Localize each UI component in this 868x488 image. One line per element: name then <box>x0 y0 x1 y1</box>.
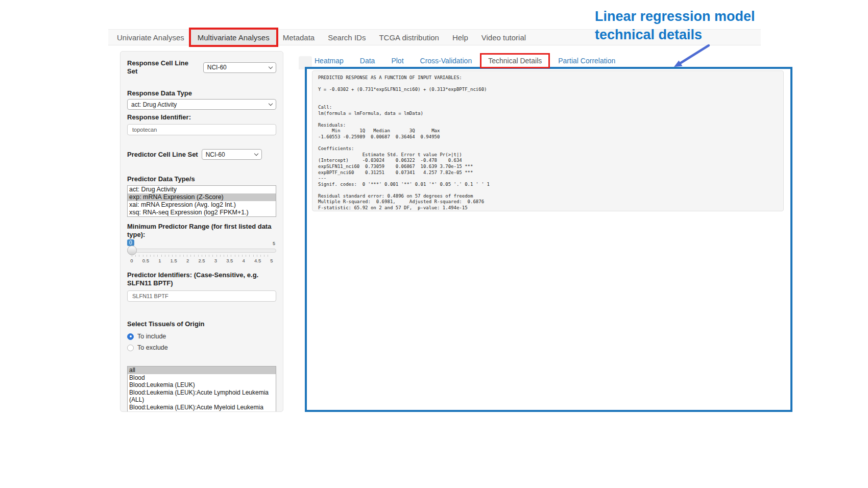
slider-max-label: 5 <box>273 241 275 246</box>
tab-data[interactable]: Data <box>352 53 383 68</box>
tick-label: 2 <box>186 258 189 263</box>
tab-partial-correlation[interactable]: Partial Correlation <box>550 53 623 68</box>
slider-handle[interactable] <box>127 246 137 255</box>
nav-item-multivariate-analyses[interactable]: Multivariate Analyses <box>191 30 276 45</box>
predictor-cell-line-set-select[interactable]: NCI-60 <box>202 149 262 160</box>
nav-item-tcga-distribution[interactable]: TCGA distribution <box>372 30 446 45</box>
tick-label: 2.5 <box>198 258 205 263</box>
chevron-down-icon <box>254 152 258 156</box>
result-tabs: Heatmap Data Plot Cross-Validation Techn… <box>306 53 623 69</box>
list-item-selected[interactable]: exp: mRNA Expression (Z-Score) <box>128 193 276 201</box>
tab-plot[interactable]: Plot <box>383 53 412 68</box>
predictor-data-types-label: Predictor Data Type/s <box>127 175 276 183</box>
tab-heatmap[interactable]: Heatmap <box>306 53 352 68</box>
list-item[interactable]: xai: mRNA Expression (Avg. log2 Int.) <box>128 201 276 209</box>
annotation-arrow-icon <box>668 43 714 71</box>
list-item[interactable]: Blood:Leukemia (LEUK) <box>128 381 276 389</box>
tick-label: 3.5 <box>226 258 233 263</box>
tick-label: 5 <box>270 258 273 263</box>
tick-label: 3 <box>214 258 217 263</box>
technical-details-panel: PREDICTED RESPONSE AS A FUNCTION OF INPU… <box>305 67 792 412</box>
tick-label: 1 <box>158 258 161 263</box>
tab-technical-details[interactable]: Technical Details <box>480 53 550 68</box>
annotation-heading: Linear regression model technical detail… <box>595 7 755 44</box>
tab-cross-validation[interactable]: Cross-Validation <box>412 53 480 68</box>
predictor-identifiers-input[interactable] <box>127 290 276 302</box>
slider-track[interactable] <box>127 249 276 253</box>
response-cell-line-set-value: NCI-60 <box>207 64 227 71</box>
sidebar-controls-panel: Response Cell Line Set NCI-60 Response D… <box>120 51 283 412</box>
regression-model-output: PREDICTED RESPONSE AS A FUNCTION OF INPU… <box>312 70 784 211</box>
predictor-data-types-listbox: act: Drug Activity exp: mRNA Expression … <box>127 185 276 217</box>
tick-label: 0 <box>130 258 133 263</box>
list-item[interactable]: xsq: RNA-seq Expression (log2 FPKM+1.) <box>128 209 276 216</box>
tissue-origin-listbox: all Blood Blood:Leukemia (LEUK) Blood:Le… <box>127 366 276 412</box>
list-item[interactable]: act: Drug Activity <box>128 186 276 193</box>
list-item-selected[interactable]: all <box>128 367 276 374</box>
response-data-type-value: act: Drug Activity <box>131 101 177 108</box>
page: Univariate Analyses Multivariate Analyse… <box>0 0 868 488</box>
nav-item-univariate-analyses[interactable]: Univariate Analyses <box>110 30 191 45</box>
slider-tick-marks <box>132 255 272 257</box>
nav-item-metadata[interactable]: Metadata <box>276 30 322 45</box>
predictor-cell-line-set-value: NCI-60 <box>206 151 225 158</box>
min-predictor-range-slider: 0 5 0 0.5 1 1.5 2 2.5 3 3.5 4 4.5 5 <box>127 239 276 265</box>
radio-to-exclude[interactable]: To exclude <box>127 344 276 351</box>
tick-label: 4.5 <box>254 258 261 263</box>
predictor-cell-line-set-label: Predictor Cell Line Set <box>127 151 198 159</box>
response-identifier-input[interactable] <box>127 124 276 135</box>
radio-to-include-label: To include <box>137 333 166 340</box>
chevron-down-icon <box>269 102 273 106</box>
annotation-heading-line1: Linear regression model <box>595 7 755 26</box>
response-cell-line-set-label: Response Cell Line Set <box>127 59 200 76</box>
response-identifier-label: Response Identifier: <box>127 113 276 121</box>
slider-tick-labels: 0 0.5 1 1.5 2 2.5 3 3.5 4 4.5 5 <box>132 258 272 264</box>
tissue-origin-label: Select Tissue/s of Origin <box>127 320 276 328</box>
predictor-identifiers-label: Predictor Identifiers: (Case-Sensitive, … <box>127 271 276 287</box>
response-data-type-label: Response Data Type <box>127 89 276 97</box>
list-item[interactable]: Blood <box>128 374 276 382</box>
response-cell-line-set-select[interactable]: NCI-60 <box>203 62 276 73</box>
radio-to-include[interactable]: To include <box>127 333 276 340</box>
tick-label: 0.5 <box>142 258 149 263</box>
tick-label: 1.5 <box>171 258 177 263</box>
annotation-heading-line2: technical details <box>595 26 755 44</box>
tick-label: 4 <box>243 258 245 263</box>
min-predictor-range-label: Minimum Predictor Range (for first liste… <box>127 223 276 239</box>
response-data-type-select[interactable]: act: Drug Activity <box>127 99 276 110</box>
nav-item-video-tutorial[interactable]: Video tutorial <box>475 30 533 45</box>
slider-value-badge: 0 <box>127 239 134 246</box>
chevron-down-icon <box>269 64 273 68</box>
list-item[interactable]: Blood:Leukemia (LEUK):Acute Myeloid Leuk… <box>128 404 276 412</box>
radio-checked-icon <box>127 333 134 340</box>
nav-item-search-ids[interactable]: Search IDs <box>321 30 372 45</box>
radio-to-exclude-label: To exclude <box>137 344 168 351</box>
radio-unchecked-icon <box>127 345 134 351</box>
list-item[interactable]: Blood:Leukemia (LEUK):Acute Lymphoid Leu… <box>128 389 276 404</box>
nav-item-help[interactable]: Help <box>446 30 475 45</box>
